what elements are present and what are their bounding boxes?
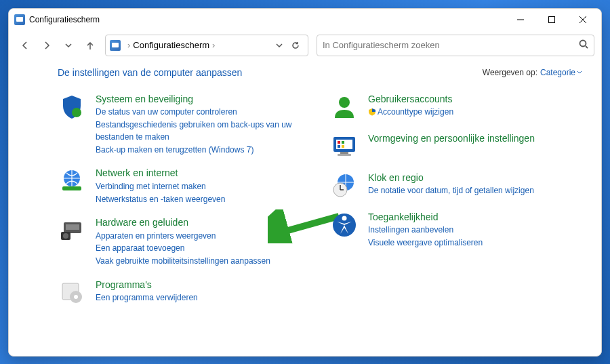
task-link[interactable]: Verbinding met internet maken bbox=[96, 180, 310, 193]
category-system-security: Systeem en beveiliging De status van uw … bbox=[58, 93, 310, 157]
category-appearance: Vormgeving en persoonlijke instellingen bbox=[330, 132, 582, 161]
refresh-button[interactable] bbox=[287, 37, 304, 54]
svg-rect-27 bbox=[338, 154, 351, 156]
globe-network-icon bbox=[58, 167, 86, 195]
chevron-down-icon bbox=[577, 70, 582, 75]
category-network-internet: Netwerk en internet Verbinding met inter… bbox=[58, 167, 310, 205]
left-column: Systeem en beveiliging De status van uw … bbox=[58, 93, 310, 318]
shield-icon bbox=[58, 93, 86, 121]
category-hardware-sound: Hardware en geluiden Apparaten en printe… bbox=[58, 216, 310, 267]
task-link[interactable]: Een programma verwijderen bbox=[96, 291, 310, 304]
svg-rect-11 bbox=[62, 186, 81, 190]
svg-point-15 bbox=[63, 233, 68, 239]
breadcrumb-item[interactable]: Configuratiescherm bbox=[133, 40, 209, 50]
category-clock-region: Klok en regio De notatie voor datum, tij… bbox=[330, 171, 582, 200]
breadcrumb-separator: › bbox=[127, 40, 130, 50]
task-link[interactable]: Instellingen aanbevelen bbox=[368, 224, 582, 237]
content-header: De instellingen van de computer aanpasse… bbox=[58, 67, 582, 78]
up-button[interactable] bbox=[81, 36, 100, 55]
view-by: Weergeven op: Categorie bbox=[483, 68, 582, 77]
svg-point-19 bbox=[339, 97, 350, 108]
category-title[interactable]: Netwerk en internet bbox=[96, 167, 310, 180]
control-panel-icon bbox=[14, 14, 25, 25]
minimize-button[interactable] bbox=[505, 9, 536, 31]
address-bar[interactable]: › Configuratiescherm › bbox=[105, 35, 308, 56]
user-icon bbox=[330, 93, 359, 121]
svg-rect-24 bbox=[338, 145, 340, 148]
svg-point-18 bbox=[74, 295, 78, 299]
category-title[interactable]: Systeem en beveiliging bbox=[96, 93, 310, 106]
navigation-toolbar: › Configuratiescherm › bbox=[9, 31, 601, 60]
task-link[interactable]: Bestandsgeschiedenis gebruiken om back-u… bbox=[96, 119, 310, 144]
category-columns: Systeem en beveiliging De status van uw … bbox=[58, 93, 582, 318]
content-area: De instellingen van de computer aanpasse… bbox=[9, 60, 601, 356]
address-dropdown-button[interactable] bbox=[271, 37, 287, 54]
window-controls bbox=[505, 9, 598, 31]
titlebar: Configuratiescherm bbox=[9, 9, 601, 31]
printer-camera-icon bbox=[58, 216, 86, 245]
search-icon[interactable] bbox=[579, 39, 588, 52]
task-link[interactable]: De notatie voor datum, tijd of getallen … bbox=[368, 184, 582, 197]
accessibility-icon bbox=[330, 211, 359, 239]
clock-globe-icon bbox=[330, 171, 359, 200]
forward-button[interactable] bbox=[37, 36, 56, 55]
category-title[interactable]: Programma's bbox=[96, 279, 310, 292]
svg-line-6 bbox=[586, 46, 588, 48]
svg-point-33 bbox=[342, 216, 347, 220]
svg-rect-22 bbox=[338, 141, 340, 144]
svg-rect-25 bbox=[342, 145, 344, 148]
monitor-appearance-icon bbox=[330, 132, 359, 161]
breadcrumb-separator: › bbox=[212, 40, 215, 50]
view-by-label: Weergeven op: bbox=[483, 68, 537, 77]
task-link[interactable]: Een apparaat toevoegen bbox=[96, 242, 310, 255]
category-user-accounts: Gebruikersaccounts Accounttype wijzigen bbox=[330, 93, 582, 121]
svg-rect-13 bbox=[66, 224, 79, 230]
task-link[interactable]: Apparaten en printers weergeven bbox=[96, 230, 310, 243]
task-link[interactable]: Back-up maken en terugzetten (Windows 7) bbox=[96, 144, 310, 157]
svg-rect-23 bbox=[342, 141, 344, 144]
category-accessibility: Toegankelijkheid Instellingen aanbevelen… bbox=[330, 211, 582, 249]
category-title[interactable]: Gebruikersaccounts bbox=[368, 93, 582, 106]
uac-shield-icon bbox=[368, 108, 376, 116]
search-box[interactable] bbox=[317, 35, 594, 56]
task-link[interactable]: Vaak gebruikte mobiliteitsinstellingen a… bbox=[96, 255, 310, 268]
back-button[interactable] bbox=[16, 36, 35, 55]
task-link-network-status[interactable]: Netwerkstatus en -taken weergeven bbox=[96, 193, 310, 206]
category-title[interactable]: Klok en regio bbox=[368, 171, 582, 185]
recent-dropdown-button[interactable] bbox=[59, 36, 78, 55]
search-input[interactable] bbox=[323, 40, 579, 50]
window-title: Configuratiescherm bbox=[29, 15, 505, 24]
category-programs: Programma's Een programma verwijderen bbox=[58, 279, 310, 307]
svg-rect-1 bbox=[549, 16, 555, 22]
maximize-button[interactable] bbox=[536, 9, 567, 31]
category-title[interactable]: Hardware en geluiden bbox=[96, 216, 310, 230]
close-button[interactable] bbox=[567, 9, 598, 31]
svg-rect-26 bbox=[340, 152, 348, 154]
category-title[interactable]: Vormgeving en persoonlijke instellingen bbox=[368, 132, 582, 146]
breadcrumb-icon bbox=[110, 40, 121, 51]
page-title: De instellingen van de computer aanpasse… bbox=[58, 67, 242, 78]
task-link[interactable]: Visuele weergave optimaliseren bbox=[368, 237, 582, 249]
svg-point-5 bbox=[580, 40, 586, 46]
view-mode-label: Categorie bbox=[540, 68, 575, 77]
svg-point-9 bbox=[72, 108, 81, 117]
right-column: Gebruikersaccounts Accounttype wijzigen … bbox=[330, 93, 582, 318]
task-link[interactable]: De status van uw computer controleren bbox=[96, 106, 310, 119]
task-link[interactable]: Accounttype wijzigen bbox=[368, 106, 582, 119]
view-mode-dropdown[interactable]: Categorie bbox=[540, 68, 582, 77]
category-title[interactable]: Toegankelijkheid bbox=[368, 211, 582, 224]
control-panel-window: Configuratiescherm › Configuratiescherm … bbox=[8, 8, 602, 357]
programs-icon bbox=[58, 279, 86, 307]
